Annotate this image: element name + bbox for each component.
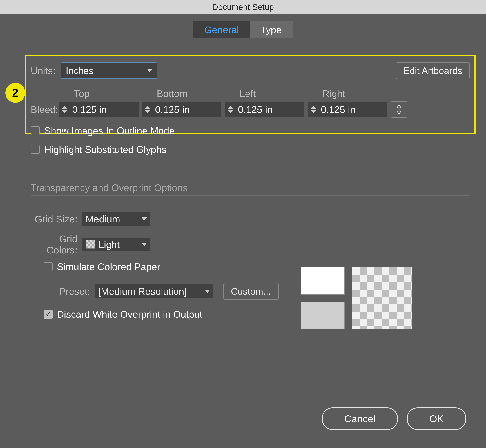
chevron-down-icon [142,243,147,246]
grid-colors-label: Grid Colors: [31,233,78,256]
chevron-up-icon[interactable] [311,106,316,109]
swatch-white[interactable] [301,267,345,295]
units-value: Inches [66,65,93,76]
chevron-down-icon[interactable] [145,110,150,113]
swatch-grey[interactable] [301,302,345,329]
discard-white-overprint-label: Discard White Overprint in Output [57,309,202,320]
dialog-title: Document Setup [212,2,274,12]
chevron-down-icon [205,290,210,293]
simulate-colored-paper-label: Simulate Colored Paper [57,261,160,272]
discard-white-overprint-checkbox[interactable]: ✓ [44,310,53,319]
bleed-left-stepper[interactable]: 0.125 in [225,102,305,117]
section-divider [31,195,470,196]
chevron-down-icon[interactable] [311,110,316,113]
custom-preset-button[interactable]: Custom... [223,283,279,300]
tab-bar: General Type [0,21,486,38]
general-panel: Units: Inches Edit Artboards Top Bottom … [25,55,475,341]
bleed-bottom-stepper[interactable]: 0.125 in [142,102,222,117]
chevron-up-icon[interactable] [62,106,67,109]
highlight-glyphs-checkbox[interactable] [31,145,40,154]
bleed-right-stepper[interactable]: 0.125 in [308,102,387,117]
grid-size-value: Medium [86,213,120,225]
bleed-header-left: Left [240,88,317,99]
bleed-header-right: Right [322,88,400,99]
bleed-bottom-value[interactable]: 0.125 in [153,104,221,115]
show-images-outline-checkbox[interactable] [31,126,40,135]
cancel-button[interactable]: Cancel [322,408,398,430]
units-dropdown[interactable]: Inches [61,62,157,79]
units-label: Units: [31,65,55,76]
grid-size-dropdown[interactable]: Medium [82,212,151,226]
bleed-left-value[interactable]: 0.125 in [236,104,304,115]
tab-general[interactable]: General [194,21,250,38]
chevron-up-icon[interactable] [145,106,150,109]
show-images-outline-label: Show Images In Outline Mode [44,125,174,136]
dialog-footer: Cancel OK [322,408,466,430]
edit-artboards-button[interactable]: Edit Artboards [396,62,470,79]
annotation-step-badge: 2 [5,83,25,103]
grid-colors-value: Light [99,239,120,250]
bleed-right-value[interactable]: 0.125 in [319,104,387,115]
chevron-down-icon[interactable] [62,110,67,113]
tab-type[interactable]: Type [250,21,292,38]
bleed-label: Bleed: [31,104,56,115]
transparency-preview [352,267,412,329]
bleed-header-top: Top [74,88,151,99]
preset-dropdown[interactable]: [Medium Resolution] [94,284,214,298]
chevron-up-icon[interactable] [228,106,233,109]
transparency-section-title: Transparency and Overprint Options [31,182,470,193]
ok-button[interactable]: OK [407,408,466,430]
bleed-top-value[interactable]: 0.125 in [70,104,139,115]
link-icon [395,104,403,115]
preset-label: Preset: [31,286,90,297]
chevron-down-icon[interactable] [228,110,233,113]
highlight-glyphs-label: Highlight Substituted Glyphs [44,144,166,155]
grid-colors-dropdown[interactable]: Light [82,237,151,251]
grid-size-label: Grid Size: [31,213,78,225]
document-setup-dialog: Document Setup General Type 2 Units: Inc… [0,0,486,448]
link-bleed-button[interactable] [391,101,408,118]
checker-swatch-icon [86,240,95,249]
bleed-header-bottom: Bottom [157,88,234,99]
chevron-down-icon [142,217,147,221]
dialog-titlebar: Document Setup [0,0,486,14]
preset-value: [Medium Resolution] [98,286,187,297]
chevron-down-icon [147,69,152,72]
bleed-top-stepper[interactable]: 0.125 in [59,102,139,117]
simulate-colored-paper-checkbox[interactable] [44,262,53,271]
